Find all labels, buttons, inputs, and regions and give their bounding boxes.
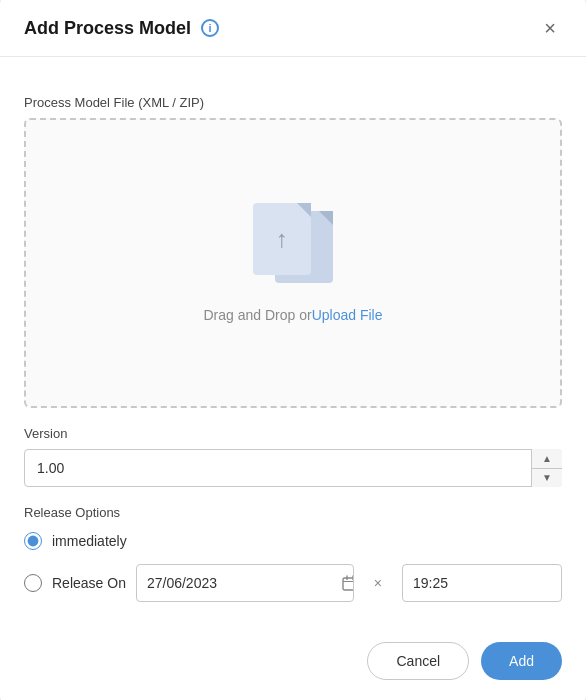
clear-date-button[interactable]: × <box>364 567 392 599</box>
time-input-wrapper <box>402 564 562 602</box>
upload-icon: ↑ <box>253 203 333 293</box>
upload-icon-front: ↑ <box>253 203 311 275</box>
version-increment-button[interactable]: ▲ <box>532 449 562 469</box>
dialog-header: Add Process Model i × <box>0 0 586 57</box>
drop-text: Drag and Drop or <box>204 307 312 323</box>
drop-text-row: Drag and Drop or Upload File <box>204 307 383 323</box>
add-button[interactable]: Add <box>481 642 562 680</box>
spinner-buttons: ▲ ▼ <box>531 449 562 487</box>
close-button[interactable]: × <box>538 16 562 40</box>
immediately-label: immediately <box>52 533 127 549</box>
release-on-label: Release On <box>52 575 126 591</box>
version-input-wrapper: ▲ ▼ <box>24 449 562 487</box>
version-section: Version ▲ ▼ <box>24 426 562 487</box>
svg-rect-0 <box>343 578 354 590</box>
release-options-label: Release Options <box>24 505 562 520</box>
release-options-section: Release Options immediately Release On <box>24 505 562 602</box>
dialog-title: Add Process Model <box>24 18 191 39</box>
file-section-label: Process Model File (XML / ZIP) <box>24 95 562 110</box>
immediately-radio[interactable] <box>24 532 42 550</box>
date-input-wrapper <box>136 564 354 602</box>
drop-zone[interactable]: ↑ Drag and Drop or Upload File <box>24 118 562 408</box>
date-input[interactable] <box>137 565 332 601</box>
info-icon[interactable]: i <box>201 19 219 37</box>
release-on-radio[interactable] <box>24 574 42 592</box>
file-upload-section: Process Model File (XML / ZIP) ↑ Drag an… <box>24 95 562 408</box>
immediately-row: immediately <box>24 532 562 550</box>
upload-file-link[interactable]: Upload File <box>312 307 383 323</box>
dialog-footer: Cancel Add <box>0 626 586 700</box>
time-input[interactable] <box>403 565 562 601</box>
cancel-button[interactable]: Cancel <box>367 642 469 680</box>
dialog-body: Process Model File (XML / ZIP) ↑ Drag an… <box>0 57 586 626</box>
version-label: Version <box>24 426 562 441</box>
add-process-model-dialog: Add Process Model i × Process Model File… <box>0 0 586 700</box>
version-input[interactable] <box>24 449 562 487</box>
calendar-button[interactable] <box>332 567 354 599</box>
upload-arrow-icon: ↑ <box>276 225 288 253</box>
release-on-row: Release On × <box>24 564 562 602</box>
calendar-icon <box>342 575 354 591</box>
dialog-title-row: Add Process Model i <box>24 18 219 39</box>
version-decrement-button[interactable]: ▼ <box>532 469 562 488</box>
